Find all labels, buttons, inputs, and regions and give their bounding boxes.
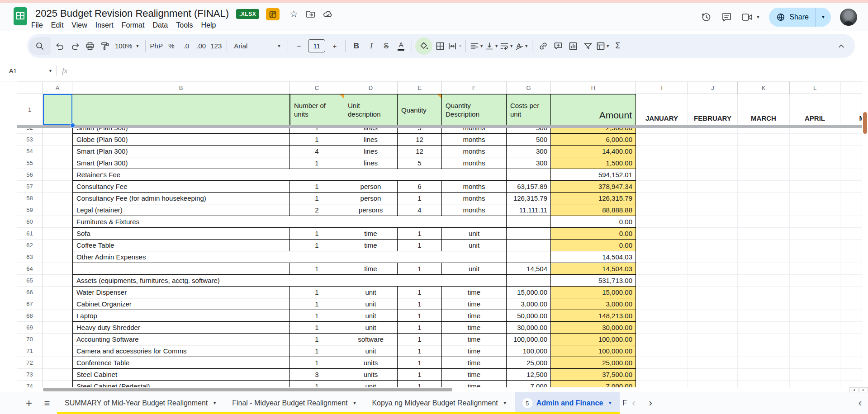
hscroll-left-arrow[interactable]: ◂ <box>849 387 859 392</box>
cell-K72[interactable] <box>738 357 790 369</box>
cell-M54[interactable] <box>840 146 862 157</box>
hide-menus-button[interactable] <box>834 37 849 55</box>
version-history-icon[interactable] <box>700 11 712 23</box>
cell-M71[interactable] <box>840 345 862 357</box>
cell-E57[interactable]: 6 <box>398 181 442 193</box>
row-header-60[interactable]: 60 <box>17 216 43 228</box>
cell-D1[interactable]: Unit description <box>344 94 398 125</box>
cell-D58[interactable]: person <box>344 193 398 204</box>
row-header-62[interactable]: 62 <box>17 240 43 251</box>
insert-link-button[interactable] <box>536 37 550 55</box>
row-header-66[interactable]: 66 <box>17 287 43 298</box>
cell-G68[interactable]: 50,000.00 <box>507 310 551 322</box>
sheet-tab-admin-and-finance[interactable]: 5Admin and Finance▼ <box>515 392 620 414</box>
cell-B1[interactable] <box>72 94 290 125</box>
text-color-button[interactable]: A <box>394 37 408 55</box>
cell-C57[interactable]: 1 <box>290 181 344 193</box>
cell-M67[interactable] <box>840 298 862 310</box>
cell-F62[interactable]: unit <box>442 240 507 251</box>
cell-L54[interactable] <box>790 146 840 157</box>
cell-J63[interactable] <box>688 251 738 263</box>
functions-button[interactable]: Σ <box>610 37 625 55</box>
cell-I59[interactable] <box>636 204 688 216</box>
cell-J54[interactable] <box>688 146 738 157</box>
cell-J52[interactable] <box>688 128 738 134</box>
cell-F61[interactable]: unit <box>442 228 507 240</box>
cell-C55[interactable]: 1 <box>290 157 344 169</box>
cell-G71[interactable]: 100,000 <box>507 345 551 357</box>
cell-F64[interactable]: unit <box>442 263 507 275</box>
cell-L59[interactable] <box>790 204 840 216</box>
cell-H74[interactable]: 7,000.00 <box>551 381 636 387</box>
cell-K64[interactable] <box>738 263 790 275</box>
strikethrough-button[interactable]: S <box>379 37 394 55</box>
vertical-align-button[interactable]: ▼ <box>484 37 499 55</box>
cell-B62[interactable]: Coffee Table <box>72 240 290 251</box>
row-header-74[interactable]: 74 <box>17 381 43 387</box>
cell-D59[interactable]: persons <box>344 204 398 216</box>
document-title[interactable]: 2025 Budget Revision Realignment (FINAL) <box>35 8 229 19</box>
cell-B55[interactable]: Smart (Plan 300) <box>72 157 290 169</box>
cell-A65[interactable] <box>43 275 72 287</box>
meet-caret-icon[interactable]: ▼ <box>756 15 760 19</box>
cell-A55[interactable] <box>43 157 72 169</box>
cell-M70[interactable] <box>840 334 862 345</box>
cell-K57[interactable] <box>738 181 790 193</box>
cell-M56[interactable] <box>840 169 862 181</box>
decrease-font-size-button[interactable]: − <box>291 37 306 55</box>
cell-B73[interactable]: Steel Cabinet <box>72 369 290 381</box>
cell-I54[interactable] <box>636 146 688 157</box>
row-header-70[interactable]: 70 <box>17 334 43 345</box>
cell-L56[interactable] <box>790 169 840 181</box>
cell-E62[interactable]: 1 <box>398 240 442 251</box>
tabs-scroll-right-icon[interactable]: › <box>649 397 652 409</box>
cell-G65[interactable] <box>507 275 551 287</box>
cell-E1[interactable]: Quantity <box>398 94 442 125</box>
cloud-status-icon[interactable] <box>323 10 333 18</box>
cell-B53[interactable]: Globe (Plan 500) <box>72 134 290 146</box>
cell-K55[interactable] <box>738 157 790 169</box>
cell-B72[interactable]: Conference Table <box>72 357 290 369</box>
cell-G55[interactable]: 300 <box>507 157 551 169</box>
cell-K68[interactable] <box>738 310 790 322</box>
cell-G53[interactable]: 500 <box>507 134 551 146</box>
cell-K53[interactable] <box>738 134 790 146</box>
cell-L55[interactable] <box>790 157 840 169</box>
cell-F52[interactable]: months <box>442 128 507 134</box>
cell-H63[interactable]: 14,504.03 <box>551 251 636 263</box>
cell-F68[interactable]: time <box>442 310 507 322</box>
row-header-52[interactable]: 52 <box>17 128 43 134</box>
cell-H66[interactable]: 15,000.00 <box>551 287 636 298</box>
all-sheets-button[interactable]: ≡ <box>37 392 57 414</box>
column-header-H[interactable]: H <box>551 81 636 94</box>
column-header-F[interactable]: F <box>442 81 507 94</box>
row-header-57[interactable]: 57 <box>17 181 43 193</box>
move-folder-icon[interactable] <box>306 10 315 18</box>
cell-L63[interactable] <box>790 251 840 263</box>
cell-G61[interactable] <box>507 228 551 240</box>
row-header-68[interactable]: 68 <box>17 310 43 322</box>
cell-C62[interactable]: 1 <box>290 240 344 251</box>
cell-K59[interactable] <box>738 204 790 216</box>
cell-H62[interactable]: 0.00 <box>551 240 636 251</box>
cell-M59[interactable] <box>840 204 862 216</box>
meet-button[interactable]: ▼ <box>741 12 760 22</box>
sheet-tab-kopya-ng-midyear-budget-realignment[interactable]: Kopya ng Midyear Budget Realignment▼ <box>364 392 514 414</box>
cell-C52[interactable]: 1 <box>290 128 344 134</box>
cell-D72[interactable]: units <box>344 357 398 369</box>
cell-J59[interactable] <box>688 204 738 216</box>
cell-E74[interactable]: 1 <box>398 381 442 387</box>
comments-icon[interactable] <box>721 12 732 23</box>
cell-J69[interactable] <box>688 322 738 334</box>
cell-D71[interactable]: unit <box>344 345 398 357</box>
horizontal-align-button[interactable]: ▼ <box>469 37 484 55</box>
cell-L57[interactable] <box>790 181 840 193</box>
cell-L74[interactable] <box>790 381 840 387</box>
cell-A52[interactable] <box>43 128 72 134</box>
cell-M57[interactable] <box>840 181 862 193</box>
row-header-71[interactable]: 71 <box>17 345 43 357</box>
filter-views-button[interactable]: ▼ <box>595 37 610 55</box>
cell-L58[interactable] <box>790 193 840 204</box>
cell-M69[interactable] <box>840 322 862 334</box>
horizontal-scrollbar[interactable]: ◂ ▸ <box>0 387 868 392</box>
